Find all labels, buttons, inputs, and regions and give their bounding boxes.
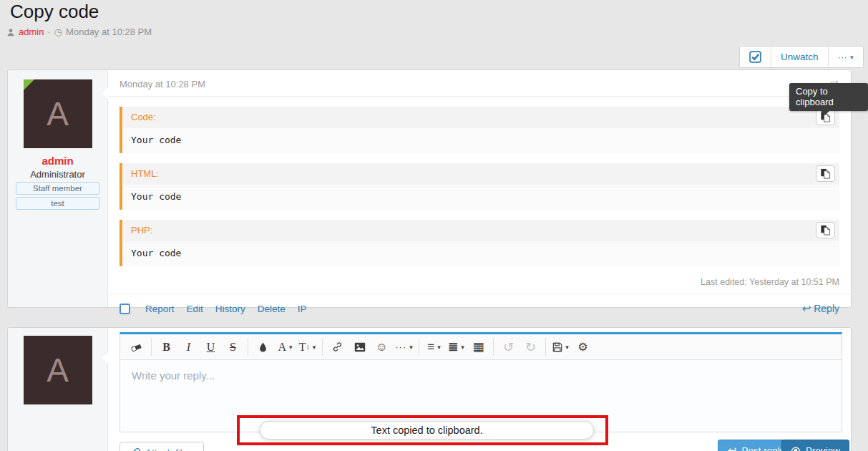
author-link[interactable]: admin	[19, 26, 44, 37]
history-link[interactable]: History	[215, 304, 245, 314]
code-block-label: PHP:	[122, 220, 839, 241]
droplet-icon	[259, 342, 267, 352]
more-options-button[interactable]: ··· ▾	[828, 47, 863, 67]
eye-icon	[791, 445, 801, 451]
toolbar-separator	[545, 338, 546, 356]
post-username[interactable]: admin	[8, 155, 107, 167]
smiley-icon: ☺	[376, 341, 387, 354]
image-icon	[354, 342, 366, 352]
copy-icon	[820, 225, 831, 236]
alignment-button[interactable]: ≡▾	[423, 338, 445, 357]
insert-image-button[interactable]	[348, 338, 371, 357]
edit-link[interactable]: Edit	[187, 304, 203, 314]
page-title: Copy code	[10, 1, 99, 23]
strikethrough-button[interactable]: S	[222, 338, 244, 357]
code-block-php: PHP: Your code	[120, 220, 839, 266]
code-block-html: HTML: Your code	[120, 163, 839, 210]
undo-icon: ↺	[503, 339, 514, 355]
ip-link[interactable]: IP	[298, 304, 307, 314]
report-link[interactable]: Report	[145, 304, 175, 314]
avatar[interactable]: A	[24, 79, 92, 148]
post-content-cell: Monday at 10:28 PM #1 Code: Your code HT…	[108, 70, 851, 307]
remove-format-button[interactable]	[125, 338, 147, 357]
select-post-checkbox[interactable]	[120, 304, 130, 314]
chevron-down-icon: ▾	[565, 344, 569, 351]
code-block-content: Your code	[122, 185, 839, 210]
delete-link[interactable]: Delete	[258, 304, 286, 314]
list-button[interactable]: ≣▾	[445, 338, 467, 357]
toolbar-separator	[419, 338, 419, 356]
post-footer: Report Edit History Delete IP ↩ Reply	[108, 294, 851, 323]
thread-actions-group: Unwatch ··· ▾	[739, 46, 864, 68]
redo-icon: ↻	[525, 339, 536, 355]
post-timestamp[interactable]: Monday at 10:28 PM	[120, 79, 205, 89]
code-block-label: HTML:	[122, 163, 839, 185]
chevron-down-icon: ▾	[289, 344, 293, 351]
reply-link[interactable]: ↩ Reply	[802, 302, 839, 315]
editor-toolbar: B I U S A▾ T↕▾	[120, 334, 842, 360]
toolbar-separator	[248, 338, 248, 356]
attach-files-label: Attach files	[145, 447, 192, 451]
chevron-down-icon: ▾	[313, 344, 316, 351]
font-family-button[interactable]: A▾	[274, 338, 296, 357]
person-icon	[6, 28, 15, 37]
post: A admin Administrator Staff member test …	[7, 69, 852, 308]
last-edited-text: Last edited: Yesterday at 10:51 PM	[108, 266, 851, 287]
updown-arrow-icon: ↕	[306, 343, 310, 351]
thread-page: Copy code admin · ◷ Monday at 10:28 PM U…	[0, 0, 868, 451]
underline-button[interactable]: U	[200, 338, 222, 357]
post-meta-row: Monday at 10:28 PM #1	[108, 70, 851, 97]
toolbar-separator	[151, 338, 152, 356]
toast-notification: Text copied to clipboard.	[260, 421, 594, 440]
eraser-icon	[130, 341, 142, 352]
more-formatting-button[interactable]: ···▾	[393, 338, 415, 357]
insert-table-button[interactable]: ▦	[467, 338, 489, 357]
table-icon: ▦	[472, 339, 484, 354]
online-indicator-icon	[24, 79, 34, 90]
text-color-button[interactable]	[252, 338, 274, 357]
thread-byline: admin · ◷ Monday at 10:28 PM	[6, 26, 152, 37]
font-size-button[interactable]: T↕▾	[296, 338, 318, 357]
avatar-letter: A	[47, 94, 69, 133]
preview-label: Preview	[806, 445, 840, 451]
ellipsis-icon: ···	[838, 52, 848, 62]
avatar-letter: A	[47, 351, 69, 389]
watched-checkbox-button[interactable]	[740, 47, 771, 67]
paperclip-icon	[131, 448, 140, 451]
attach-files-button[interactable]: Attach files	[120, 442, 204, 451]
text-size-icon: T	[299, 341, 306, 354]
reply-arrow-icon: ↩	[728, 444, 737, 451]
reply-user-cell: A	[8, 328, 108, 451]
redo-button[interactable]: ↻	[520, 338, 542, 357]
link-icon	[332, 341, 343, 352]
post-user-cell: A admin Administrator Staff member test	[8, 70, 108, 307]
copy-to-clipboard-button[interactable]	[816, 165, 835, 182]
editor-settings-button[interactable]: ⚙	[572, 338, 594, 357]
chevron-down-icon: ▾	[850, 54, 854, 61]
speech-pointer	[102, 352, 108, 364]
avatar[interactable]: A	[24, 336, 92, 404]
user-badge-test: test	[16, 197, 99, 210]
toolbar-separator	[493, 338, 494, 356]
clock-icon: ◷	[54, 26, 62, 37]
bold-button[interactable]: B	[155, 338, 177, 357]
code-block-label: Code:	[122, 107, 839, 128]
chevron-down-icon: ▾	[461, 344, 464, 351]
byline-separator: ·	[47, 26, 50, 37]
insert-link-button[interactable]	[326, 338, 348, 357]
reply-label: Reply	[814, 303, 839, 314]
undo-button[interactable]: ↺	[497, 338, 520, 357]
rich-text-editor: B I U S A▾ T↕▾	[120, 332, 842, 432]
speech-pointer	[102, 87, 108, 99]
user-title: Administrator	[8, 169, 107, 180]
post-reply-label: Post reply	[742, 445, 785, 451]
copy-to-clipboard-button[interactable]	[816, 222, 835, 238]
code-block-content: Your code	[122, 241, 839, 266]
reply-arrow-icon: ↩	[802, 302, 811, 315]
unwatch-button[interactable]: Unwatch	[771, 47, 828, 67]
smilies-button[interactable]: ☺	[371, 338, 393, 357]
preview-button[interactable]: Preview	[781, 440, 849, 451]
floppy-icon	[552, 342, 562, 352]
drafts-button[interactable]: ▾	[550, 338, 572, 357]
italic-button[interactable]: I	[177, 338, 200, 357]
